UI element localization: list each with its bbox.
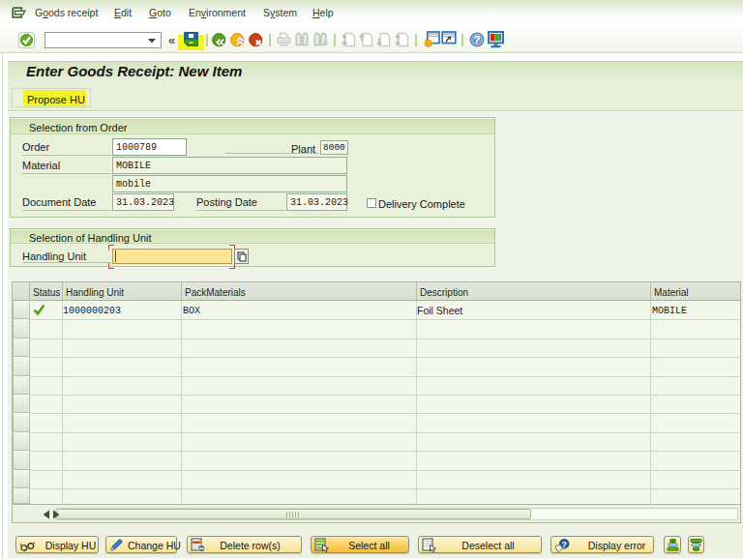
svg-text:?: ? (473, 34, 480, 45)
